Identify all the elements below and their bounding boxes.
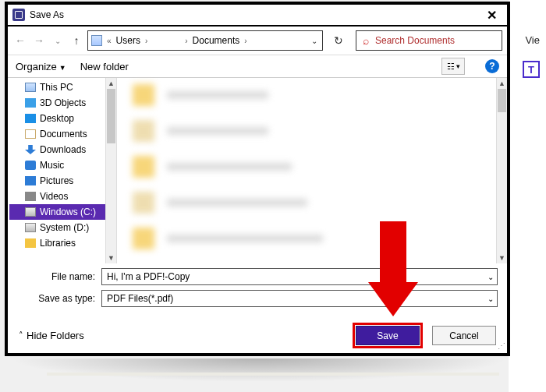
main-area: This PC3D ObjectsDesktopDocumentsDownloa… <box>8 78 507 263</box>
tree-item[interactable]: Desktop <box>9 111 116 126</box>
tree-item[interactable]: Videos <box>9 189 116 204</box>
tree-item-label: Libraries <box>40 238 76 249</box>
drv-icon <box>25 223 36 232</box>
forward-button[interactable]: → <box>31 33 47 48</box>
list-scrollbar[interactable]: ▲ ▼ <box>496 78 507 263</box>
file-items-blurred <box>117 78 507 270</box>
filetype-row: Save as type: PDF Files(*.pdf) ⌄ <box>17 290 498 307</box>
organize-menu[interactable]: Organize▼ <box>16 61 66 72</box>
parent-bg-strip <box>47 373 499 376</box>
text-tool-icon[interactable]: T <box>523 61 540 78</box>
back-button[interactable]: ← <box>12 33 28 48</box>
search-input[interactable]: ⌕ Search Documents <box>356 30 502 51</box>
titlebar: Save As ✕ <box>8 5 507 26</box>
fol-icon <box>25 238 36 248</box>
filename-field[interactable]: Hi, I'm a PDF!-Copy ⌄ <box>101 268 498 285</box>
picf-icon <box>25 176 36 185</box>
tree-item[interactable]: Windows (C:) <box>9 204 116 220</box>
doc-icon <box>25 129 36 139</box>
view-options-button[interactable]: ☷▾ <box>441 58 465 75</box>
save-button[interactable]: Save <box>356 326 420 345</box>
desk-icon <box>25 114 36 123</box>
cancel-button[interactable]: Cancel <box>432 326 496 345</box>
pc-icon <box>25 83 36 92</box>
breadcrumb-seg[interactable]: Users <box>116 35 140 46</box>
filename-label: File name: <box>17 271 101 282</box>
breadcrumb-seg[interactable]: Documents <box>193 35 240 46</box>
file-list[interactable]: ▲ ▼ <box>117 78 507 263</box>
tree-item-label: System (D:) <box>40 222 89 233</box>
drv-icon <box>25 207 36 217</box>
search-placeholder: Search Documents <box>375 35 455 46</box>
tree-item-label: Documents <box>40 129 87 139</box>
obj-icon <box>25 98 36 108</box>
tree-item[interactable]: 3D Objects <box>9 95 116 111</box>
chevron-down-icon[interactable]: ⌄ <box>488 273 494 281</box>
tree-item-label: Downloads <box>40 144 86 155</box>
toolbar: Organize▼ New folder ☷▾ ? <box>8 55 507 78</box>
chevron-right-icon: › <box>145 37 147 45</box>
new-folder-button[interactable]: New folder <box>80 61 129 72</box>
app-icon <box>12 9 25 21</box>
filetype-label: Save as type: <box>17 293 101 304</box>
filename-value: Hi, I'm a PDF!-Copy <box>107 271 190 282</box>
tree-item[interactable]: Downloads <box>9 142 116 157</box>
pc-icon <box>91 35 102 46</box>
scroll-down-icon[interactable]: ▼ <box>497 253 507 263</box>
scroll-thumb[interactable] <box>107 89 115 143</box>
breadcrumb-dropdown-icon[interactable]: ⌄ <box>311 37 317 45</box>
tree-item-label: Pictures <box>40 175 73 186</box>
save-highlight: Save <box>353 323 423 348</box>
scroll-down-icon[interactable]: ▼ <box>106 253 116 263</box>
chevron-right-icon: › <box>185 37 187 45</box>
search-icon: ⌕ <box>363 34 369 47</box>
mus-icon <box>25 161 36 170</box>
tree-item[interactable]: System (D:) <box>9 220 116 235</box>
recent-dropdown[interactable]: ⌄ <box>50 33 66 48</box>
filetype-value: PDF Files(*.pdf) <box>107 293 173 304</box>
scroll-up-icon[interactable]: ▲ <box>497 78 507 89</box>
tree-item[interactable]: This PC <box>9 79 116 95</box>
tree-item[interactable]: Documents <box>9 126 116 142</box>
scroll-up-icon[interactable]: ▲ <box>106 78 116 89</box>
nav-row: ← → ⌄ ↑ « Users › › Documents › ⌄ ↻ ⌕ Se… <box>8 26 507 55</box>
filename-row: File name: Hi, I'm a PDF!-Copy ⌄ <box>17 268 498 285</box>
refresh-button[interactable]: ↻ <box>329 30 348 51</box>
filetype-field[interactable]: PDF Files(*.pdf) ⌄ <box>101 290 498 307</box>
resize-grip[interactable]: ⋰ <box>498 341 504 350</box>
tree-item-label: 3D Objects <box>40 97 86 108</box>
vid-icon <box>25 192 36 201</box>
chevron-right-icon: › <box>244 37 246 45</box>
folder-tree[interactable]: This PC3D ObjectsDesktopDocumentsDownloa… <box>8 78 117 263</box>
parent-app-strip: Vie T <box>509 0 546 392</box>
tree-item[interactable]: Libraries <box>9 235 116 251</box>
parent-tab-fragment: Vie <box>525 34 540 46</box>
tree-item-label: Music <box>40 160 64 171</box>
breadcrumb[interactable]: « Users › › Documents › ⌄ <box>87 30 323 51</box>
save-as-dialog: Save As ✕ ← → ⌄ ↑ « Users › › Documents … <box>5 2 510 356</box>
dialog-shadow <box>9 358 509 382</box>
dialog-title: Save As <box>30 9 64 20</box>
tree-item[interactable]: Music <box>9 157 116 173</box>
tree-item-label: This PC <box>40 82 73 93</box>
scroll-thumb[interactable] <box>498 89 506 112</box>
tree-item-label: Videos <box>40 191 68 202</box>
tree-item-label: Desktop <box>40 113 74 124</box>
footer: ˄ Hide Folders Save Cancel <box>8 312 507 356</box>
help-button[interactable]: ? <box>485 59 499 73</box>
close-button[interactable]: ✕ <box>476 4 507 26</box>
chevron-up-icon: ˄ <box>19 330 23 341</box>
tree-item-label: Windows (C:) <box>40 207 96 217</box>
breadcrumb-sep: « <box>107 37 112 45</box>
chevron-down-icon[interactable]: ⌄ <box>488 295 494 303</box>
hide-folders-toggle[interactable]: ˄ Hide Folders <box>19 330 84 341</box>
down-icon <box>25 145 36 154</box>
tree-scrollbar[interactable]: ▲ ▼ <box>105 78 116 263</box>
tree-item[interactable]: Pictures <box>9 173 116 189</box>
up-button[interactable]: ↑ <box>69 33 84 48</box>
